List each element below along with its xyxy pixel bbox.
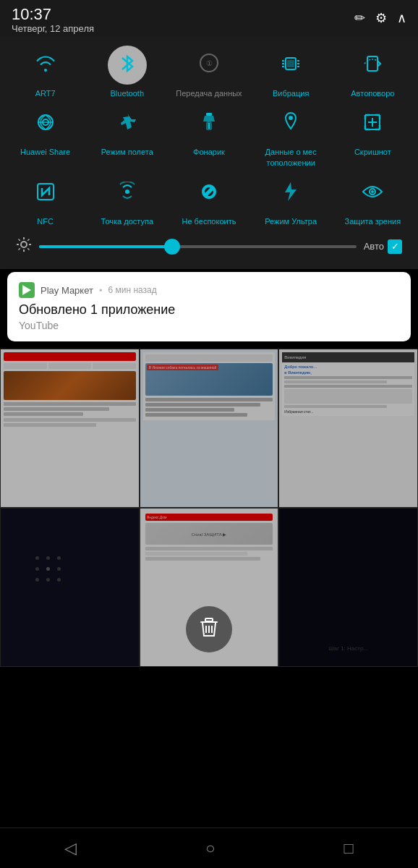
notification-time: 6 мин назад [108, 285, 156, 295]
qs-screenshot[interactable]: Скришнот [336, 104, 409, 168]
qs-hotspot[interactable]: Точка доступа [91, 174, 163, 226]
qs-flashlight[interactable]: Фонарик [173, 104, 245, 168]
qs-hotspot-label: Точка доступа [101, 216, 153, 226]
notification-title: Обновлено 1 приложение [19, 302, 399, 318]
qs-eyeprotect-label: Защита зрения [345, 216, 401, 226]
qs-bluetooth-label: Bluetooth [111, 88, 144, 98]
qs-vibration[interactable]: Вибрация [255, 46, 327, 98]
datatransfer-icon: ① [199, 53, 219, 77]
vibration-icon [280, 54, 302, 77]
home-button[interactable]: ○ [191, 833, 229, 864]
status-left: 10:37 Четверг, 12 апреля [12, 6, 94, 34]
svg-rect-10 [367, 56, 378, 71]
brightness-icon [16, 237, 32, 256]
svg-rect-3 [287, 60, 294, 67]
back-button[interactable]: ◁ [50, 833, 91, 864]
qs-dnd-label: Не беспокоить [182, 216, 236, 226]
autorotate-icon [362, 54, 383, 77]
qs-wifi[interactable]: ART7 [9, 46, 82, 98]
qs-autorotate[interactable]: Автоповоро [336, 46, 409, 98]
svg-line-40 [27, 239, 29, 241]
navigation-bar: ◁ ○ □ [0, 827, 418, 868]
qs-screenshot-label: Скришнот [354, 147, 391, 157]
notification-app-name: Play Маркет [40, 285, 93, 296]
qs-location[interactable]: Данные о мес тоположении [255, 104, 327, 168]
app-thumb-wikipedia[interactable]: Википедия Добро пожало... в Википедию, И… [278, 349, 418, 508]
brightness-auto: Авто ✓ [364, 239, 402, 254]
delete-recent-apps-button[interactable] [186, 606, 232, 652]
qs-datatransfer[interactable]: ① Передача данных [173, 46, 245, 98]
qs-huawei-share[interactable]: Huawei Share [9, 104, 82, 168]
qs-airplane[interactable]: Режим полета [91, 104, 163, 168]
app-thumb-yandex-news[interactable] [0, 349, 140, 508]
svg-point-33 [21, 242, 27, 247]
qs-row-2: Huawei Share Режим полета [4, 104, 414, 168]
brightness-auto-label: Авто [364, 241, 384, 252]
qs-airplane-label: Режим полета [101, 147, 153, 157]
auto-brightness-checkbox[interactable]: ✓ [388, 239, 402, 254]
hotspot-icon [116, 182, 138, 205]
app-thumb-dark-1[interactable] [0, 508, 140, 667]
ultramode-icon [282, 181, 299, 205]
svg-point-17 [289, 116, 293, 120]
qs-wifi-label: ART7 [35, 88, 56, 98]
app-thumb-japan-article[interactable]: В Японии собака погналась за машиной [140, 349, 279, 508]
recent-apps-button[interactable]: □ [330, 833, 368, 864]
svg-rect-14 [206, 113, 212, 116]
status-icons: ✏ ⚙ ∧ [354, 6, 406, 26]
screenshot-icon [362, 112, 383, 135]
chevron-up-icon[interactable]: ∧ [397, 10, 406, 26]
svg-rect-43 [205, 618, 213, 621]
nfc-icon [35, 182, 56, 205]
dnd-icon [199, 182, 219, 205]
brightness-thumb [164, 239, 180, 255]
status-time: 10:37 [12, 6, 94, 23]
app-thumb-dark-2[interactable]: Шаг 1: Настр... [278, 508, 418, 667]
flashlight-icon [200, 111, 218, 136]
settings-icon[interactable]: ⚙ [375, 10, 387, 26]
svg-point-30 [125, 190, 129, 194]
huawei-share-icon [35, 112, 56, 135]
status-bar: 10:37 Четверг, 12 апреля ✏ ⚙ ∧ [0, 0, 418, 37]
brightness-slider[interactable] [39, 245, 357, 248]
play-market-icon [19, 282, 35, 298]
svg-line-39 [27, 249, 29, 250]
qs-flashlight-label: Фонарик [193, 147, 225, 157]
svg-point-32 [371, 190, 374, 193]
notification-card[interactable]: Play Маркет • 6 мин назад Обновлено 1 пр… [7, 272, 411, 341]
recent-apps-area: В Японии собака погналась за машиной Вик… [0, 349, 418, 667]
qs-location-label: Данные о мес тоположении [255, 147, 327, 168]
status-date: Четверг, 12 апреля [12, 23, 94, 34]
trash-icon [199, 616, 219, 643]
wifi-icon [35, 54, 56, 76]
qs-datatransfer-label: Передача данных [176, 88, 242, 98]
notification-subtitle: YouTube [19, 320, 399, 331]
svg-text:①: ① [205, 59, 212, 67]
quick-settings-panel: ART7 Bluetooth ① Пер [0, 37, 418, 269]
qs-eyeprotect[interactable]: Защита зрения [336, 174, 409, 226]
qs-nfc-label: NFC [37, 216, 54, 226]
brightness-row: Авто ✓ [4, 232, 414, 263]
airplane-icon [117, 112, 137, 135]
brightness-fill [39, 245, 172, 248]
qs-dnd[interactable]: Не беспокоить [173, 174, 245, 226]
qs-huawei-share-label: Huawei Share [20, 147, 70, 157]
notif-separator: • [99, 285, 103, 296]
edit-icon[interactable]: ✏ [354, 10, 365, 26]
qs-row-3: NFC Точка доступа [4, 174, 414, 226]
bluetooth-icon [119, 52, 136, 78]
qs-ultramode[interactable]: Режим Ультра [255, 174, 327, 226]
qs-nfc[interactable]: NFC [9, 174, 82, 226]
svg-line-38 [19, 239, 20, 241]
qs-autorotate-label: Автоповоро [351, 88, 394, 98]
qs-ultramode-label: Режим Ультра [265, 216, 317, 226]
qs-row-1: ART7 Bluetooth ① Пер [4, 46, 414, 98]
qs-vibration-label: Вибрация [273, 88, 309, 98]
svg-line-41 [19, 249, 20, 250]
notification-header: Play Маркет • 6 мин назад [19, 282, 399, 298]
delete-overlay [186, 606, 232, 652]
location-icon [282, 111, 299, 136]
qs-bluetooth[interactable]: Bluetooth [91, 46, 163, 98]
checkmark-icon: ✓ [391, 241, 399, 252]
eyeprotect-icon [362, 184, 383, 203]
